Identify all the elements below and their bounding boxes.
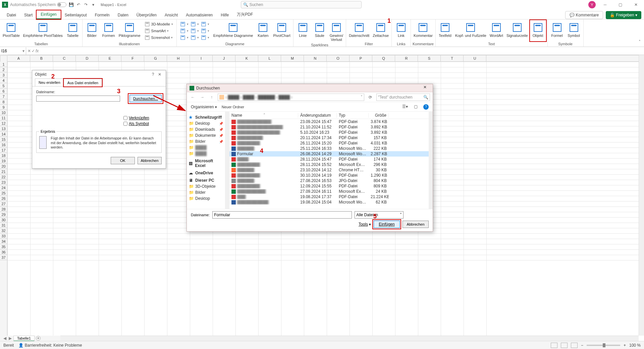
col-header[interactable]: F (121, 55, 144, 61)
folder-tree[interactable]: ★Schnellzugriff📁Desktop📌📁Downloads📌📁Doku… (187, 112, 225, 209)
textfeld-button[interactable]: Textfeld (437, 20, 453, 41)
kommentar-button[interactable]: Kommentar (412, 20, 434, 41)
piktogramme-button[interactable]: Piktogramme (117, 20, 142, 41)
col-date[interactable]: Änderungsdatum (298, 113, 337, 118)
zoom-level[interactable]: 100 % (629, 343, 641, 348)
file-row[interactable]: ████████28.11.2024 15:52Microsoft Excel-… (229, 162, 429, 167)
row-header[interactable]: 34 (0, 239, 7, 244)
chart-type-button[interactable]: ▾ (200, 21, 210, 27)
select-all-corner[interactable] (0, 55, 7, 62)
col-header[interactable]: G (144, 55, 167, 61)
close-window-button[interactable]: ✕ (630, 1, 642, 9)
comments-button[interactable]: 💬 Kommentare (565, 11, 603, 19)
row-header[interactable]: 26 (0, 196, 7, 201)
col-header[interactable]: M (281, 55, 304, 61)
file-row[interactable]: ██████25.11.2024 16:33Microsoft Word-D..… (229, 146, 429, 151)
col-header[interactable]: S (418, 55, 441, 61)
pivottable-button[interactable]: PivotTable (1, 20, 21, 41)
s-ule-button[interactable]: Säule (312, 20, 328, 42)
tab-new-create[interactable]: Neu erstellen (35, 78, 64, 86)
empfohlene-pivottables-button[interactable]: Empfohlene PivotTables (22, 20, 64, 41)
col-header[interactable]: H (167, 55, 190, 61)
tree-item[interactable]: 📁Bilder📌 (187, 138, 225, 144)
row-header[interactable]: 27 (0, 201, 7, 207)
help-icon[interactable]: ? (150, 72, 156, 77)
row-header[interactable]: 9 (0, 105, 7, 110)
sheet-nav-next-icon[interactable]: ▶ (8, 336, 12, 341)
row-header[interactable]: 3 (0, 72, 7, 78)
row-header[interactable]: 18 (0, 153, 7, 158)
formula-input[interactable] (40, 47, 644, 55)
row-header[interactable]: 22 (0, 174, 7, 180)
sheet-nav-prev-icon[interactable]: ◀ (3, 336, 7, 341)
row-header[interactable]: 33 (0, 233, 7, 239)
nav-back-icon[interactable]: ← (190, 95, 196, 100)
tabelle-button[interactable]: Tabelle (65, 20, 81, 41)
file-row[interactable]: ███████████████5.10.2024 16:23PDF-Datei3… (229, 130, 429, 135)
col-header[interactable]: N (304, 55, 327, 61)
share-button[interactable]: 🔓 Freigeben ▾ (606, 11, 641, 19)
row-header[interactable]: 20 (0, 164, 7, 169)
tree-item[interactable]: 📁████ (187, 151, 225, 157)
file-row[interactable]: ████████12.09.2024 15:55PDF-Datei809 KB (229, 183, 429, 189)
file-row[interactable]: ████████26.11.2024 15:20PDF-Datei4.031 K… (229, 140, 429, 146)
horizontal-scrollbar[interactable] (60, 336, 639, 341)
path-box[interactable]: › ████ › ████ › ██████ › ████ › ˅ (218, 94, 364, 101)
file-type-filter[interactable]: Alle Dateien˅ (355, 211, 404, 219)
row-header[interactable]: 13 (0, 126, 7, 131)
linie-button[interactable]: Linie (295, 20, 311, 42)
vertical-scrollbar[interactable] (639, 55, 644, 336)
nav-up-icon[interactable]: ↑ (208, 95, 215, 100)
chart-type-button[interactable]: ▾ (190, 35, 200, 41)
file-row[interactable]: █████████20.11.2024 17:34PDF-Datei157 KB (229, 135, 429, 140)
zoom-slider[interactable] (587, 345, 620, 346)
enter-formula-icon[interactable]: ✓ (32, 49, 35, 53)
ok-button[interactable]: OK (111, 157, 135, 164)
browse-button[interactable]: Durchsuchen... (129, 95, 162, 102)
wordart-button[interactable]: WordArt (488, 20, 504, 41)
file-row[interactable]: ██████23.10.2024 14:12Chrome HTML Do...3… (229, 167, 429, 173)
tab-万兴pdf[interactable]: 万兴PDF (233, 10, 257, 19)
row-header[interactable]: 1 (0, 62, 7, 67)
link-button[interactable]: Link (393, 20, 409, 41)
tree-item[interactable]: 📁3D-Objekte (187, 183, 225, 189)
autosave-toggle[interactable]: Automatisches Speichern (10, 2, 66, 7)
tab-from-file[interactable]: Aus Datei erstellen (64, 79, 102, 86)
col-header[interactable]: R (395, 55, 418, 61)
files-scrollbar[interactable] (429, 112, 433, 209)
status-accessibility[interactable]: 👤 Barrierefreiheit: Keine Probleme (18, 343, 82, 348)
tab-start[interactable]: Start (20, 11, 37, 19)
tree-item[interactable]: 📁████ (187, 144, 225, 151)
row-header[interactable]: 7 (0, 94, 7, 99)
row-header[interactable]: 23 (0, 180, 7, 185)
file-row[interactable]: Formular26.08.2024 14:29Microsoft Word-D… (229, 151, 429, 157)
tab-seitenlayout[interactable]: Seitenlayout (61, 11, 91, 19)
chart-type-button[interactable]: ▾ (200, 35, 210, 41)
objekt-button[interactable]: Objekt (530, 20, 546, 41)
tab-überprüfen[interactable]: Überprüfen (132, 11, 161, 19)
close-icon[interactable]: ✕ (156, 72, 163, 77)
chart-type-button[interactable]: ▾ (179, 28, 189, 34)
file-row[interactable]: ████28.11.2024 15:47PDF-Datei174 KB (229, 157, 429, 162)
row-header[interactable]: 25 (0, 190, 7, 196)
chart-type-button[interactable]: ▾ (179, 21, 189, 27)
file-row[interactable]: ██████████27.09.2024 16:11Microsoft Exce… (229, 189, 429, 194)
refresh-icon[interactable]: ⟳ (367, 95, 374, 100)
browse-cancel-button[interactable]: Abbrechen (402, 221, 429, 228)
file-row[interactable]: ██████27.08.2024 16:53JPG-Datei804 KB (229, 178, 429, 183)
organize-button[interactable]: Organisieren ▾ (191, 105, 217, 109)
tree-item[interactable]: 📁Dokumente📌 (187, 132, 225, 138)
user-avatar[interactable]: Y (588, 1, 596, 8)
tab-hilfe[interactable]: Hilfe (217, 11, 233, 19)
row-header[interactable]: 2 (0, 67, 7, 72)
filename-input[interactable] (36, 96, 120, 102)
tree-item[interactable]: 📁Bilder (187, 189, 225, 195)
sheet-tab-1[interactable]: Tabelle1 (13, 336, 35, 341)
tab-daten[interactable]: Daten (114, 11, 132, 19)
column-headers[interactable]: ABCDEFGHIJKLMNOPQRSTU (7, 55, 639, 62)
formel-button[interactable]: Formel (549, 20, 565, 41)
view-page-layout-button[interactable] (561, 343, 568, 348)
signaturzeile-button[interactable]: Signaturzeile (505, 20, 529, 41)
view-normal-button[interactable] (551, 343, 557, 348)
zoom-out-button[interactable]: − (581, 343, 583, 348)
